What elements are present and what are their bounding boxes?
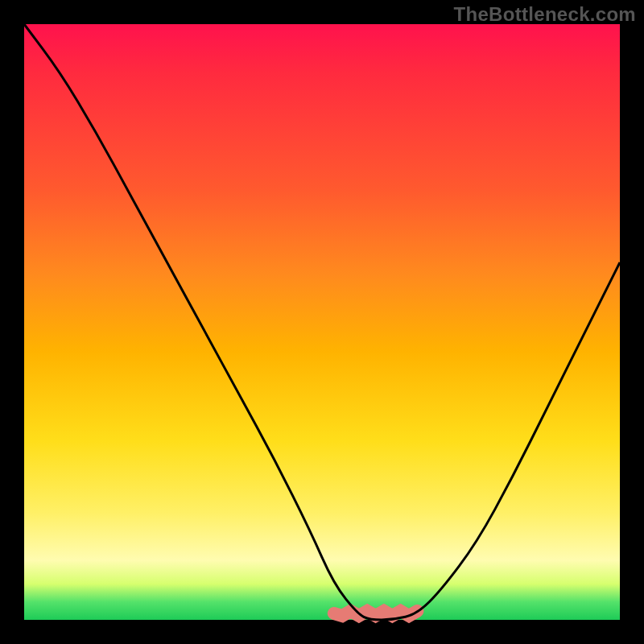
chart-panel [24, 24, 620, 620]
watermark-text: TheBottleneck.com [454, 3, 636, 26]
bottleneck-curve-line [24, 24, 620, 620]
bottleneck-trough-highlight [334, 611, 418, 616]
chart-svg [24, 24, 620, 620]
chart-frame: TheBottleneck.com [0, 0, 644, 644]
